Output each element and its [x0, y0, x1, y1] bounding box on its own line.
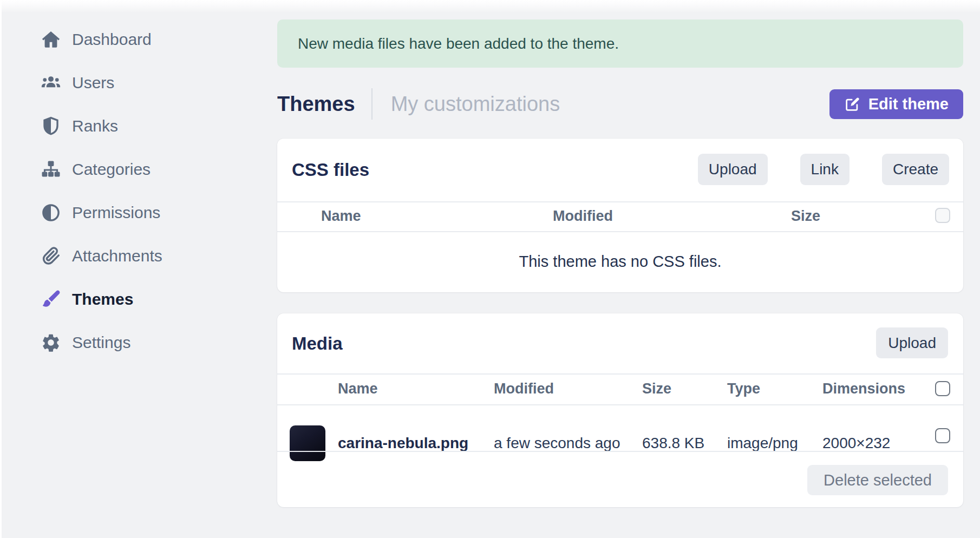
divider [277, 373, 963, 375]
circle-half-icon [39, 202, 63, 223]
column-header-size: Size [791, 209, 820, 224]
edit-theme-button[interactable]: Edit theme [829, 89, 963, 119]
sidebar-item-settings[interactable]: Settings [0, 325, 254, 360]
divider [277, 451, 963, 452]
media-title: Media [292, 334, 343, 352]
css-link-button[interactable]: Link [800, 154, 850, 185]
divider [277, 201, 963, 202]
css-upload-button[interactable]: Upload [698, 154, 768, 185]
sidebar-item-label: Permissions [72, 205, 160, 221]
alert-message: New media files have been added to the t… [298, 35, 619, 53]
css-empty-message: This theme has no CSS files. [519, 253, 722, 271]
media-select-all-checkbox[interactable] [935, 381, 950, 396]
sidebar-item-ranks[interactable]: Ranks [0, 109, 254, 143]
media-cell-name: carina-nebula.png [338, 436, 468, 451]
column-header-modified: Modified [553, 209, 613, 224]
sidebar-item-label: Attachments [72, 248, 162, 264]
sitemap-icon [39, 159, 63, 180]
sidebar-item-categories[interactable]: Categories [0, 152, 254, 187]
sidebar-item-permissions[interactable]: Permissions [0, 195, 254, 230]
sidebar-item-label: Users [72, 75, 114, 91]
css-files-card: CSS files Upload Link Create Name Modifi… [277, 139, 963, 292]
media-cell-dimensions: 2000×232 [822, 436, 890, 451]
gear-icon [39, 332, 63, 353]
media-card: Media Upload Name Modified Size Type Dim… [277, 313, 963, 507]
sidebar-item-themes[interactable]: Themes [0, 282, 254, 317]
success-alert: New media files have been added to the t… [277, 19, 963, 68]
media-thumbnail [290, 425, 325, 461]
delete-selected-button[interactable]: Delete selected [807, 465, 948, 495]
users-icon [39, 73, 63, 93]
page-header: Themes My customizations Edit theme [277, 88, 963, 120]
sidebar-item-users[interactable]: Users [0, 65, 254, 100]
divider [277, 404, 963, 405]
sidebar-item-label: Ranks [72, 118, 118, 134]
house-icon [39, 29, 63, 50]
paperclip-icon [39, 246, 63, 266]
tab-themes[interactable]: Themes [277, 94, 355, 114]
sidebar-item-label: Settings [72, 334, 130, 351]
media-upload-button[interactable]: Upload [876, 327, 948, 358]
sidebar-item-dashboard[interactable]: Dashboard [0, 22, 254, 57]
media-row-checkbox[interactable] [935, 428, 950, 443]
column-header-name: Name [321, 209, 361, 224]
sidebar: Dashboard Users Ranks [0, 22, 254, 369]
paintbrush-icon [39, 289, 63, 310]
sidebar-item-label: Categories [72, 161, 151, 178]
column-header-name: Name [338, 382, 378, 396]
tab-my-customizations[interactable]: My customizations [391, 94, 560, 114]
css-files-actions: Upload Link Create [698, 154, 949, 185]
css-empty-state: This theme has no CSS files. [277, 231, 963, 292]
sidebar-item-label: Dashboard [72, 31, 152, 48]
css-create-button[interactable]: Create [882, 154, 949, 185]
pen-square-icon [844, 96, 861, 113]
shield-icon [39, 116, 63, 136]
media-cell-size: 638.8 KB [642, 436, 704, 451]
column-header-type: Type [727, 382, 760, 396]
css-files-title: CSS files [292, 161, 369, 179]
media-cell-type: image/png [727, 436, 798, 451]
edit-theme-label: Edit theme [868, 95, 949, 113]
sidebar-item-label: Themes [72, 291, 133, 307]
tab-divider [371, 88, 373, 120]
column-header-size: Size [642, 382, 671, 396]
sidebar-item-attachments[interactable]: Attachments [0, 239, 254, 273]
media-cell-modified: a few seconds ago [494, 436, 620, 451]
css-select-all-checkbox[interactable] [935, 208, 950, 223]
column-header-dimensions: Dimensions [822, 382, 905, 396]
main-content: New media files have been added to the t… [277, 0, 963, 538]
column-header-modified: Modified [494, 382, 554, 396]
